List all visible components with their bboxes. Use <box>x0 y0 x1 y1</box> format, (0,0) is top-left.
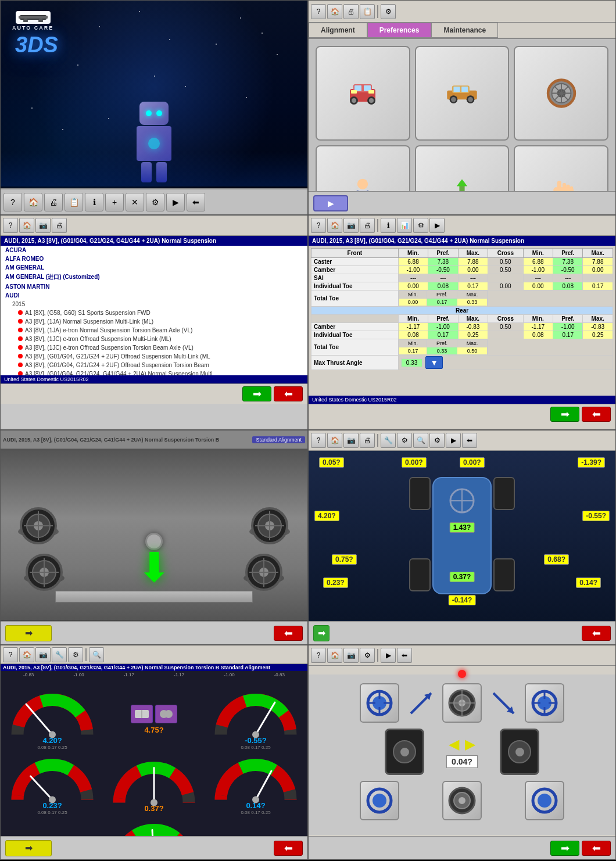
back-button[interactable]: ⬅ <box>187 193 205 211</box>
tab-alignment[interactable]: Alignment <box>309 23 367 38</box>
model-a3-1jc-vl[interactable]: A3 [8V], (1JC) e-tron Offroad Suspension… <box>1 343 307 352</box>
sensor-rr[interactable] <box>525 781 564 820</box>
sensor-fl[interactable] <box>360 683 399 723</box>
forward-button[interactable]: ▶ <box>166 193 185 211</box>
wrench-btn-p6[interactable]: 🔧 <box>381 433 396 448</box>
pref-car-side-btn[interactable] <box>415 46 510 141</box>
year-2015[interactable]: 2015 <box>1 300 307 308</box>
print-btn-p3[interactable]: 🖨 <box>52 218 67 233</box>
p7-next-btn[interactable]: ➡ <box>5 840 52 856</box>
p8-back-btn[interactable]: ⬅ <box>582 841 611 856</box>
product-name: 3DS <box>15 33 58 58</box>
wheel-bottom-center[interactable] <box>442 781 482 820</box>
pref-wheel-btn[interactable] <box>514 46 608 141</box>
camera-btn-p7[interactable]: 📷 <box>35 647 51 662</box>
camera-btn-p4[interactable]: 📷 <box>343 218 359 233</box>
config-btn-p6[interactable]: ⚙ <box>429 433 445 448</box>
help-btn-p6[interactable]: ? <box>311 433 326 448</box>
print-btn[interactable]: 🖨 <box>343 4 359 19</box>
sensor-rl[interactable] <box>360 781 399 820</box>
scroll-down-btn[interactable]: ▼ <box>425 356 443 369</box>
brand-acura[interactable]: ACURA <box>1 246 307 254</box>
camera-btn-p6[interactable]: 📷 <box>343 433 359 448</box>
model-a3-g41-ml[interactable]: A3 [8V], (G01/G04, G21/G24, G41/G44 + 2U… <box>1 369 307 375</box>
model-a3-ml[interactable]: A3 [8V], (1JA) Normal Suspension Multi-L… <box>1 317 307 326</box>
help-button[interactable]: ? <box>3 193 22 211</box>
wheel-top-center[interactable] <box>442 683 482 723</box>
model-a3-vl[interactable]: A3 [8V], (1JA) e-tron Normal Suspension … <box>1 326 307 335</box>
home-button[interactable]: 🏠 <box>24 193 42 211</box>
home-btn-p6[interactable]: 🏠 <box>327 433 342 448</box>
vehicle-list[interactable]: ACURA ALFA ROMEO AM GENERAL AM GENERAL (… <box>1 246 307 375</box>
p6-bottom: ➡ ⬅ <box>309 621 615 644</box>
p7-back-btn[interactable]: ⬅ <box>274 841 303 856</box>
sensor-fr[interactable] <box>525 683 564 723</box>
help-btn-p3[interactable]: ? <box>3 218 18 233</box>
settings-btn-p8[interactable]: ⚙ <box>360 648 375 663</box>
home-btn-p8[interactable]: 🏠 <box>327 648 342 663</box>
camera-btn-p8[interactable]: 📷 <box>343 648 359 663</box>
fwd-btn-p4[interactable]: ▶ <box>429 218 445 233</box>
home-btn-p3[interactable]: 🏠 <box>19 218 34 233</box>
zoom-btn-p6[interactable]: 🔍 <box>413 433 428 448</box>
model-a3-g01-tb[interactable]: A3 [8V], (G01/G04, G21/G24 + 2UF) Offroa… <box>1 361 307 369</box>
tab-preferences[interactable]: Preferences <box>367 23 432 38</box>
p6-next-btn[interactable]: ➡ <box>313 625 330 641</box>
brand-alfa[interactable]: ALFA ROMEO <box>1 254 307 263</box>
help-btn-p7[interactable]: ? <box>3 647 18 662</box>
svg-point-19 <box>451 97 456 102</box>
settings-button[interactable]: ⚙ <box>146 193 164 211</box>
clipboard-button[interactable]: 📋 <box>65 193 83 211</box>
tab-maintenance[interactable]: Maintenance <box>431 23 498 38</box>
clipboard-btn[interactable]: 📋 <box>360 4 375 19</box>
next-btn-p4[interactable]: ➡ <box>550 407 579 422</box>
fwd-btn-p8[interactable]: ▶ <box>381 648 396 663</box>
home-btn-p4[interactable]: 🏠 <box>327 218 342 233</box>
p5-back-btn[interactable]: ⬅ <box>274 626 303 641</box>
p6-back-btn[interactable]: ⬅ <box>582 626 611 641</box>
p4-vehicle-title: AUDI, 2015, A3 [8V], (G01/G04, G21/G24, … <box>309 236 615 246</box>
zoom-btn-p7[interactable]: 🔍 <box>89 647 104 662</box>
home-btn-p7[interactable]: 🏠 <box>19 647 34 662</box>
table-btn-p4[interactable]: 📊 <box>397 218 412 233</box>
info-button[interactable]: ℹ <box>85 193 103 211</box>
pref-car-front-btn[interactable] <box>316 46 410 141</box>
camera-btn-p3[interactable]: 📷 <box>35 218 51 233</box>
wrench-btn-p7[interactable]: 🔧 <box>52 647 67 662</box>
model-a3-1jc-ml[interactable]: A3 [8V], (1JC) e-tron Offroad Suspension… <box>1 335 307 343</box>
print-btn-p6[interactable]: 🖨 <box>360 433 375 448</box>
print-btn-p4[interactable]: 🖨 <box>360 218 375 233</box>
home-btn[interactable]: 🏠 <box>327 4 342 19</box>
p5-title: AUDI, 2015, A3 [8V], (G01/G04, G21/G24, … <box>3 437 251 443</box>
model-a3-g01-ml[interactable]: A3 [8V], (G01/G04, G21/G24 + 2UF) Offroa… <box>1 352 307 361</box>
close-button[interactable]: ✕ <box>126 193 144 211</box>
icon-btn-2[interactable] <box>155 705 177 723</box>
back-btn-p4[interactable]: ⬅ <box>582 407 611 422</box>
back-btn-toolbar-p6[interactable]: ⬅ <box>462 433 477 448</box>
add-button[interactable]: + <box>105 193 124 211</box>
brand-am-gen-cn[interactable]: AM GENERAL (进口) (Customized) <box>1 272 307 282</box>
p8-next-btn[interactable]: ➡ <box>550 841 579 856</box>
icon-btn-1[interactable] <box>131 705 153 723</box>
pref-go-button[interactable]: ▶ <box>313 195 348 211</box>
settings-btn-p4[interactable]: ⚙ <box>413 218 428 233</box>
settings-btn[interactable]: ⚙ <box>381 4 396 19</box>
brand-audi[interactable]: AUDI <box>1 291 307 300</box>
settings-btn-p6[interactable]: ⚙ <box>397 433 412 448</box>
print-button[interactable]: 🖨 <box>44 193 63 211</box>
settings-btn-p7[interactable]: ⚙ <box>68 647 83 662</box>
brand-am-gen[interactable]: AM GENERAL <box>1 263 307 272</box>
help-btn-p4[interactable]: ? <box>311 218 326 233</box>
p5-next-btn[interactable]: ➡ <box>5 625 52 641</box>
help-btn[interactable]: ? <box>311 4 326 19</box>
brand-aston[interactable]: ASTON MARTIN <box>1 282 307 291</box>
next-btn-p3[interactable]: ➡ <box>242 386 271 401</box>
gauge-3-value: -0.55? <box>245 736 267 745</box>
back-btn-toolbar-p8[interactable]: ⬅ <box>397 648 412 663</box>
ind-toe-f-max2: 0.17 <box>583 282 613 290</box>
info-btn-p4[interactable]: ℹ <box>381 218 396 233</box>
model-a1[interactable]: A1 [8X], (G58, G60) S1 Sports Suspension… <box>1 308 307 317</box>
help-btn-p8[interactable]: ? <box>311 648 326 663</box>
fwd-btn-p6[interactable]: ▶ <box>446 433 461 448</box>
back-btn-p3[interactable]: ⬅ <box>274 386 303 401</box>
